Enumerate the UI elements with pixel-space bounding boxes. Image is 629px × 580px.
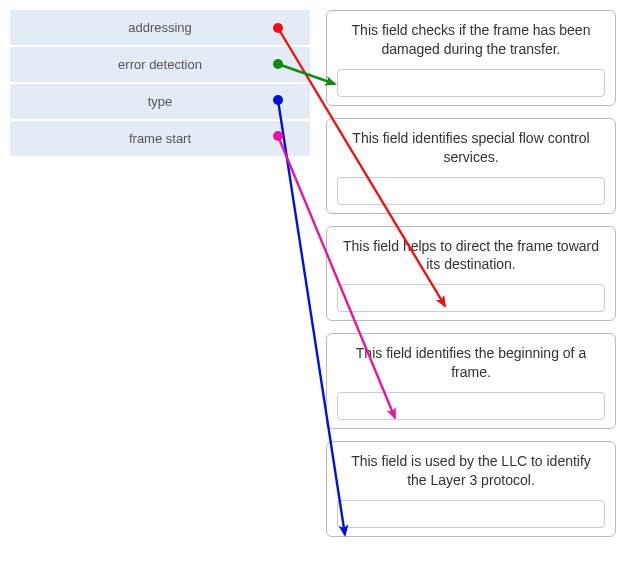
dropzone-3[interactable] (337, 284, 605, 312)
source-item-type[interactable]: type (10, 84, 310, 119)
dropzone-4[interactable] (337, 392, 605, 420)
source-column: addressing error detection type frame st… (10, 10, 310, 158)
target-desc-5: This field is used by the LLC to identif… (337, 450, 605, 492)
target-column: This field checks if the frame has been … (326, 10, 616, 549)
dropzone-5[interactable] (337, 500, 605, 528)
target-box-5: This field is used by the LLC to identif… (326, 441, 616, 537)
dropzone-2[interactable] (337, 177, 605, 205)
target-desc-4: This field identifies the beginning of a… (337, 342, 605, 384)
dropzone-1[interactable] (337, 69, 605, 97)
target-desc-2: This field identifies special flow contr… (337, 127, 605, 169)
source-item-error-detection[interactable]: error detection (10, 47, 310, 82)
source-item-addressing[interactable]: addressing (10, 10, 310, 45)
target-box-2: This field identifies special flow contr… (326, 118, 616, 214)
target-desc-3: This field helps to direct the frame tow… (337, 235, 605, 277)
target-box-3: This field helps to direct the frame tow… (326, 226, 616, 322)
target-box-4: This field identifies the beginning of a… (326, 333, 616, 429)
target-box-1: This field checks if the frame has been … (326, 10, 616, 106)
matching-diagram: addressing error detection type frame st… (0, 0, 629, 580)
target-desc-1: This field checks if the frame has been … (337, 19, 605, 61)
source-item-frame-start[interactable]: frame start (10, 121, 310, 156)
